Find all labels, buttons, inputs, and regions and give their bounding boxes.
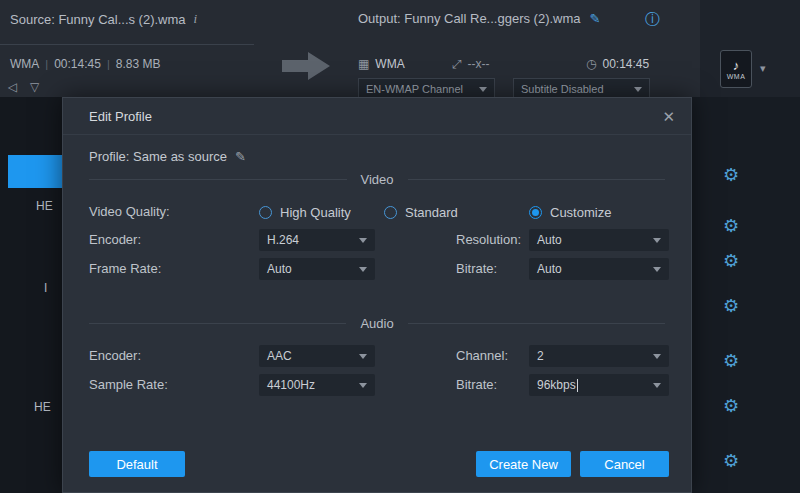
audio-encoder-dropdown[interactable]: AAC <box>259 345 375 367</box>
edit-profile-dialog: Edit Profile ✕ Profile: Same as source ✎… <box>62 97 692 493</box>
collapse-left-icon[interactable]: ◁ <box>8 80 17 94</box>
settings-gear-icon[interactable]: ⚙ <box>723 252 739 270</box>
dialog-header: Edit Profile ✕ <box>63 98 691 135</box>
settings-gear-icon[interactable]: ⚙ <box>723 166 739 184</box>
resolution-dropdown[interactable]: Auto <box>529 229 669 251</box>
video-section-label: Video <box>361 172 394 187</box>
audio-bitrate-value: 96kbps <box>537 378 576 392</box>
source-filename: Source: Funny Cal...s (2).wma <box>10 12 186 27</box>
output-info-icon[interactable]: ⓘ <box>645 10 660 29</box>
radio-label: Standard <box>405 205 458 220</box>
sample-rate-value: 44100Hz <box>267 378 315 392</box>
subtitle-value: Subtitle Disabled <box>521 83 604 95</box>
format-grid-icon: ▦ <box>358 57 369 71</box>
sample-rate-dropdown[interactable]: 44100Hz <box>259 374 375 396</box>
chevron-down-icon <box>479 87 487 92</box>
format-list-fragment: HE <box>36 199 53 213</box>
settings-gear-icon[interactable]: ⚙ <box>723 352 739 370</box>
settings-gear-icon[interactable]: ⚙ <box>723 397 739 415</box>
video-bitrate-value: Auto <box>537 262 562 276</box>
cancel-button[interactable]: Cancel <box>580 451 669 477</box>
format-list-fragment: I <box>44 281 47 295</box>
section-divider <box>408 179 666 180</box>
create-new-button[interactable]: Create New <box>476 451 571 477</box>
channel-value: 2 <box>537 349 544 363</box>
format-caret-icon[interactable]: ▾ <box>760 62 766 75</box>
radio-label: Customize <box>550 205 611 220</box>
source-divider <box>0 44 254 45</box>
profile-label: Profile: Same as source <box>89 149 227 164</box>
video-encoder-dropdown[interactable]: H.264 <box>259 229 375 251</box>
section-divider <box>89 179 347 180</box>
edit-profile-name-icon[interactable]: ✎ <box>235 149 246 164</box>
audio-encoder-value: AAC <box>267 349 292 363</box>
chevron-down-icon <box>634 87 642 92</box>
source-duration: 00:14:45 <box>54 57 101 71</box>
sample-rate-label: Sample Rate: <box>89 374 168 396</box>
info-icon[interactable]: i <box>194 11 198 27</box>
audio-encoder-label: Encoder: <box>89 345 141 367</box>
close-icon[interactable]: ✕ <box>662 98 675 135</box>
meta-separator: | <box>107 58 110 70</box>
chevron-down-icon <box>359 354 367 359</box>
frame-rate-dropdown[interactable]: Auto <box>259 258 375 280</box>
clock-icon: ◷ <box>586 57 596 71</box>
video-encoder-label: Encoder: <box>89 229 141 251</box>
edit-output-name-icon[interactable]: ✎ <box>590 11 601 26</box>
music-note-icon: ♪ <box>733 59 740 73</box>
chevron-down-icon <box>359 238 367 243</box>
audio-section-header: Audio <box>89 316 665 331</box>
chevron-down-icon <box>653 267 661 272</box>
frame-rate-label: Frame Rate: <box>89 258 161 280</box>
video-encoder-value: H.264 <box>267 233 299 247</box>
source-format: WMA <box>10 57 39 71</box>
section-divider <box>408 323 665 324</box>
selected-format-item[interactable] <box>8 155 62 188</box>
top-bar: Source: Funny Cal...s (2).wma i WMA | 00… <box>0 0 800 97</box>
video-quality-label: Video Quality: <box>89 201 170 223</box>
section-divider <box>89 323 346 324</box>
settings-gear-icon[interactable]: ⚙ <box>723 297 739 315</box>
chevron-down-icon <box>359 383 367 388</box>
dialog-title: Edit Profile <box>89 98 152 135</box>
settings-gear-icon[interactable]: ⚙ <box>723 452 739 470</box>
radio-customize[interactable]: Customize <box>529 204 611 220</box>
radio-standard[interactable]: Standard <box>384 204 458 220</box>
settings-gear-icon[interactable]: ⚙ <box>723 217 739 235</box>
video-bitrate-label: Bitrate: <box>456 258 497 280</box>
video-section-header: Video <box>89 172 665 187</box>
resolution-icon: ⤢ <box>452 57 462 71</box>
chevron-down-icon <box>359 267 367 272</box>
radio-circle-icon <box>529 206 542 219</box>
transfer-arrow-icon <box>282 52 332 84</box>
radio-label: High Quality <box>280 205 351 220</box>
source-size: 8.83 MB <box>116 57 161 71</box>
chevron-down-icon <box>653 383 661 388</box>
output-resolution-value: --x-- <box>468 57 490 71</box>
chevron-down-icon <box>653 354 661 359</box>
default-button[interactable]: Default <box>89 451 185 477</box>
meta-separator: | <box>45 58 48 70</box>
audio-section-label: Audio <box>360 316 393 331</box>
radio-circle-icon <box>259 206 272 219</box>
settings-column <box>692 97 800 493</box>
video-bitrate-dropdown[interactable]: Auto <box>529 258 669 280</box>
resolution-value: Auto <box>537 233 562 247</box>
output-format-badge[interactable]: ♪ WMA <box>720 50 752 88</box>
audio-bitrate-dropdown[interactable]: 96kbps <box>529 374 669 396</box>
app-window: Source: Funny Cal...s (2).wma i WMA | 00… <box>0 0 800 493</box>
format-list-fragment: HE <box>34 400 51 414</box>
radio-high-quality[interactable]: High Quality <box>259 204 351 220</box>
text-cursor <box>577 379 578 392</box>
channel-dropdown[interactable]: 2 <box>529 345 669 367</box>
audio-bitrate-label: Bitrate: <box>456 374 497 396</box>
channel-label: Channel: <box>456 345 508 367</box>
chevron-down-icon <box>653 238 661 243</box>
badge-format-label: WMA <box>727 73 746 80</box>
audio-track-value: EN-WMAP Channel <box>366 83 463 95</box>
select-down-icon[interactable]: ▽ <box>30 80 39 94</box>
output-duration-value: 00:14:45 <box>602 57 649 71</box>
radio-circle-icon <box>384 206 397 219</box>
output-filename: Output: Funny Call Re...ggers (2).wma <box>358 11 581 26</box>
frame-rate-value: Auto <box>267 262 292 276</box>
